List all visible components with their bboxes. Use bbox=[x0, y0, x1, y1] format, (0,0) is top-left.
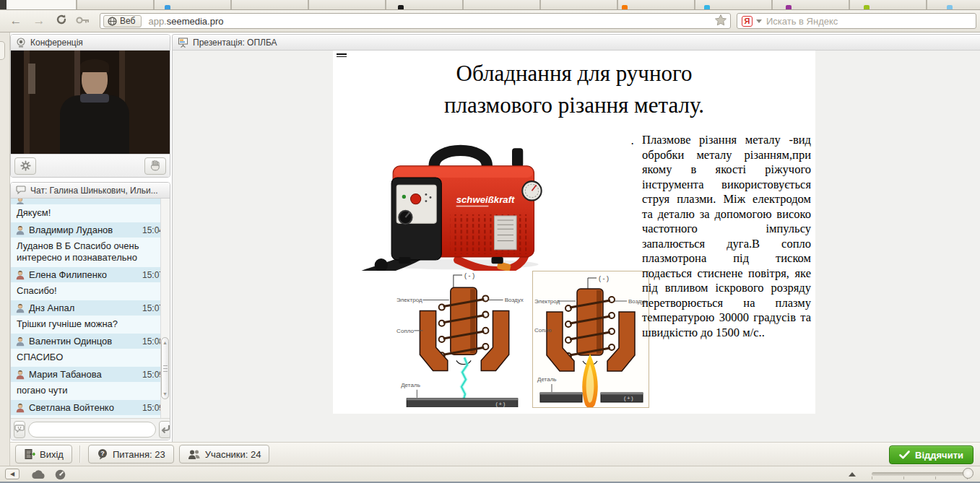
tab-favicon[interactable] bbox=[622, 5, 628, 9]
webpage: Конференція bbox=[0, 32, 980, 466]
hand-icon bbox=[150, 160, 160, 171]
svg-text:Деталь: Деталь bbox=[401, 382, 420, 388]
user-avatar-icon bbox=[15, 225, 25, 235]
chat-message[interactable]: Владимир Луданов 15:04 Луданов В Б Спаси… bbox=[11, 222, 170, 267]
participants-label: Учасники: 24 bbox=[205, 449, 261, 460]
chat-messages[interactable]: Дякуєм! Владимир Луданов 15:04 Луданов В… bbox=[11, 199, 170, 418]
sync-cloud-icon[interactable] bbox=[30, 469, 46, 479]
chat-message-author: Светлана Войтенко bbox=[29, 402, 114, 413]
chat-message-header: Елена Филипенко 15:07 bbox=[11, 267, 170, 282]
url-prefix: app. bbox=[148, 16, 166, 27]
panel-collapse-handle[interactable] bbox=[0, 41, 5, 60]
participants-button[interactable]: Учасники: 24 bbox=[179, 445, 270, 464]
browser-status-bar: ◀ bbox=[0, 466, 980, 482]
forward-button[interactable]: → bbox=[27, 14, 51, 28]
key-icon bbox=[76, 16, 90, 25]
chat-message-author: Валентин Одинцов bbox=[29, 336, 112, 347]
webcam-icon bbox=[16, 38, 26, 48]
chat-message-header bbox=[11, 199, 170, 204]
tab-separators bbox=[0, 0, 980, 9]
plasma-cutter-photo: schweißkraft bbox=[347, 123, 553, 271]
chat-message-author: Елена Филипенко bbox=[29, 269, 107, 280]
speaker-hair bbox=[80, 59, 109, 72]
svg-text:Электрод: Электрод bbox=[534, 298, 560, 305]
browser-toolbar: ← → Веб app.seemedia.pro bbox=[0, 10, 980, 32]
zoom-slider-track[interactable] bbox=[872, 472, 968, 476]
questions-button[interactable]: ? Питання: 23 bbox=[88, 445, 174, 464]
chat-message[interactable]: Мария Табанова 15:09 погано чути bbox=[11, 367, 170, 400]
machine-brand: schweißkraft bbox=[456, 194, 515, 205]
panels-toggle-button[interactable]: ◀ bbox=[5, 469, 19, 479]
chat-message-header: Мария Табанова 15:09 bbox=[11, 367, 170, 382]
send-message-button[interactable] bbox=[159, 421, 170, 438]
video-highlight bbox=[28, 64, 35, 94]
footer-divider bbox=[79, 445, 81, 463]
chat-message-header: Владимир Луданов 15:04 bbox=[11, 222, 170, 238]
slide-body-text: · Плазмове різання металу -вид обробки м… bbox=[642, 133, 811, 340]
web-badge[interactable]: Веб bbox=[103, 15, 142, 27]
exit-button[interactable]: Вихід bbox=[15, 445, 72, 464]
key-button[interactable] bbox=[72, 14, 94, 27]
slide-bullet: · bbox=[630, 137, 634, 152]
web-badge-label: Веб bbox=[120, 16, 135, 26]
tab-favicon[interactable] bbox=[165, 5, 170, 9]
browser-window: ← → Веб app.seemedia.pro bbox=[0, 0, 980, 483]
reload-button[interactable] bbox=[51, 14, 72, 28]
questions-label: Питання: 23 bbox=[113, 449, 165, 460]
chat-scrollbar[interactable]: ▲▼ bbox=[160, 199, 170, 418]
participants-icon bbox=[188, 449, 201, 460]
chat-message[interactable]: Валентин Одинцов 15:08 СПАСИБО bbox=[11, 334, 170, 367]
slide-corner-mark bbox=[337, 53, 347, 57]
search-engine-dropdown-icon[interactable] bbox=[756, 19, 762, 23]
tab-favicon[interactable] bbox=[786, 5, 792, 9]
chat-message-text: погано чути bbox=[11, 415, 170, 418]
presentation-screen-icon bbox=[178, 38, 188, 48]
chat-message-header: Валентин Одинцов 15:08 bbox=[11, 334, 170, 349]
search-input[interactable] bbox=[766, 16, 971, 27]
chat-bubble-icon bbox=[16, 186, 26, 195]
speaker-scarf bbox=[80, 94, 109, 103]
browser-tab-strip[interactable] bbox=[0, 0, 980, 10]
plasma-torch-diagram-spark: ( - ) bbox=[395, 269, 526, 407]
chat-message-text: СПАСИБО bbox=[11, 349, 170, 367]
svg-text:Воздух: Воздух bbox=[505, 297, 524, 303]
thanks-button[interactable]: Віддячити bbox=[889, 445, 974, 464]
tab-favicon[interactable] bbox=[864, 5, 870, 9]
tab-favicon[interactable] bbox=[704, 5, 710, 9]
speaker-video[interactable] bbox=[11, 51, 170, 154]
svg-text:Деталь: Деталь bbox=[537, 376, 556, 383]
settings-button[interactable] bbox=[14, 157, 36, 175]
tab-favicon[interactable] bbox=[398, 5, 404, 9]
chat-message[interactable]: Дякуєм! bbox=[11, 199, 170, 222]
user-avatar-icon bbox=[15, 199, 25, 204]
bookmark-star-button[interactable] bbox=[714, 14, 727, 29]
speed-dial-icon[interactable] bbox=[55, 469, 66, 480]
chat-message-text: Луданов В Б Спасибо очень интересно и по… bbox=[11, 238, 170, 267]
gear-icon bbox=[20, 160, 31, 171]
zoom-slider-knob[interactable] bbox=[963, 468, 974, 479]
globe-icon bbox=[108, 17, 117, 26]
chat-input[interactable] bbox=[28, 422, 156, 438]
chat-header: Чат: Галина Шинькович, Ильи... bbox=[11, 183, 170, 199]
emoticon-button[interactable] bbox=[14, 421, 25, 438]
chat-scrollbar-thumb[interactable]: ▲▼ bbox=[161, 337, 169, 399]
url-text[interactable]: app.seemedia.pro bbox=[148, 16, 223, 27]
chat-message[interactable]: Днз Анпал 15:07 Трішки гучніше можна? bbox=[11, 300, 170, 334]
address-bar[interactable]: Веб app.seemedia.pro bbox=[100, 13, 731, 29]
svg-text:Сопло: Сопло bbox=[534, 327, 552, 334]
chat-message-text: Дякуєм! bbox=[11, 204, 170, 222]
yandex-search-box[interactable]: Я bbox=[737, 13, 976, 29]
tab-favicon[interactable] bbox=[947, 5, 953, 9]
chat-message[interactable]: Светлана Войтенко 15:09 погано чути bbox=[11, 400, 170, 418]
svg-text:( + ): ( + ) bbox=[624, 396, 633, 401]
back-button[interactable]: ← bbox=[4, 14, 27, 28]
chat-message[interactable]: Елена Филипенко 15:07 Спасибо! bbox=[11, 267, 170, 300]
zoom-popup-button[interactable] bbox=[849, 472, 856, 477]
raise-hand-button[interactable] bbox=[144, 157, 166, 175]
presentation-header: Презентація: ОПЛБА bbox=[173, 35, 980, 51]
question-bubble-icon: ? bbox=[97, 448, 108, 460]
star-icon bbox=[714, 14, 727, 26]
webinar-footer-bar: Вихід ? Питання: 23 Учасники: 24 bbox=[10, 442, 980, 466]
conference-toolbar bbox=[11, 154, 170, 177]
plasma-torch-diagram-flame: ( - ) bbox=[532, 271, 649, 408]
